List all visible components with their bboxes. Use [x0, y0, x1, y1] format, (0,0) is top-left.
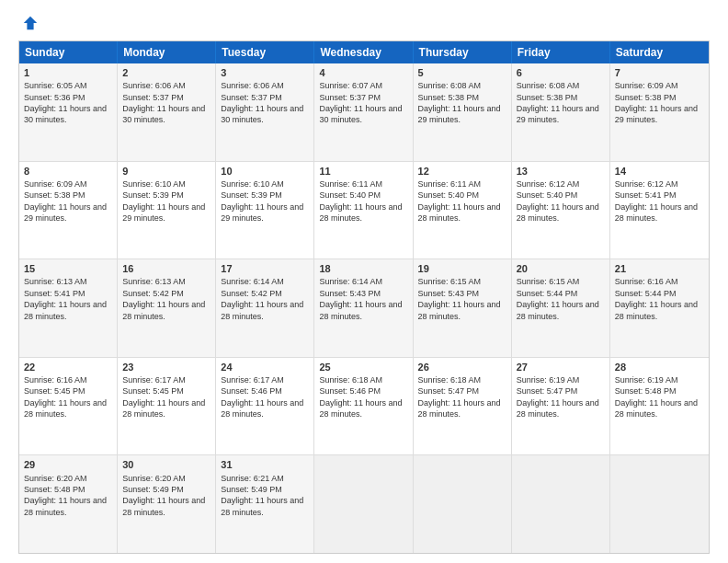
table-row: 25Sunrise: 6:18 AMSunset: 5:46 PMDayligh…	[314, 358, 413, 455]
table-row: 1Sunrise: 6:05 AMSunset: 5:36 PMDaylight…	[19, 63, 118, 161]
cell-info: Sunrise: 6:16 AMSunset: 5:45 PMDaylight:…	[24, 375, 107, 419]
cell-info: Sunrise: 6:11 AMSunset: 5:40 PMDaylight:…	[319, 179, 402, 223]
table-row: 17Sunrise: 6:14 AMSunset: 5:42 PMDayligh…	[216, 259, 314, 357]
cell-info: Sunrise: 6:13 AMSunset: 5:42 PMDaylight:…	[122, 277, 205, 320]
table-row: 26Sunrise: 6:18 AMSunset: 5:47 PMDayligh…	[414, 358, 512, 455]
cell-info: Sunrise: 6:18 AMSunset: 5:47 PMDaylight:…	[418, 375, 501, 419]
cell-info: Sunrise: 6:20 AMSunset: 5:48 PMDaylight:…	[24, 474, 107, 517]
calendar-row: 29Sunrise: 6:20 AMSunset: 5:48 PMDayligh…	[19, 454, 709, 553]
cell-info: Sunrise: 6:19 AMSunset: 5:47 PMDaylight:…	[517, 375, 599, 419]
table-row: 12Sunrise: 6:11 AMSunset: 5:40 PMDayligh…	[414, 162, 512, 259]
table-row: 31Sunrise: 6:21 AMSunset: 5:49 PMDayligh…	[216, 455, 314, 553]
table-row: 14Sunrise: 6:12 AMSunset: 5:41 PMDayligh…	[610, 162, 709, 259]
calendar-header: Sunday Monday Tuesday Wednesday Thursday…	[19, 41, 709, 63]
calendar-row: 15Sunrise: 6:13 AMSunset: 5:41 PMDayligh…	[19, 259, 709, 357]
table-row: 7Sunrise: 6:09 AMSunset: 5:38 PMDaylight…	[610, 63, 709, 161]
header-wednesday: Wednesday	[314, 41, 413, 63]
cell-info: Sunrise: 6:12 AMSunset: 5:40 PMDaylight:…	[517, 179, 599, 223]
calendar-row: 1Sunrise: 6:05 AMSunset: 5:36 PMDaylight…	[19, 63, 709, 161]
calendar-row: 8Sunrise: 6:09 AMSunset: 5:38 PMDaylight…	[19, 161, 709, 259]
table-row: 19Sunrise: 6:15 AMSunset: 5:43 PMDayligh…	[414, 259, 512, 357]
day-number: 6	[517, 66, 605, 79]
header-thursday: Thursday	[414, 41, 512, 63]
calendar-body: 1Sunrise: 6:05 AMSunset: 5:36 PMDaylight…	[19, 63, 709, 553]
header-tuesday: Tuesday	[216, 41, 314, 63]
table-row: 6Sunrise: 6:08 AMSunset: 5:38 PMDaylight…	[512, 63, 610, 161]
table-row: 10Sunrise: 6:10 AMSunset: 5:39 PMDayligh…	[216, 162, 314, 259]
day-number: 8	[24, 165, 112, 178]
day-number: 2	[122, 66, 210, 79]
cell-info: Sunrise: 6:09 AMSunset: 5:38 PMDaylight:…	[24, 179, 107, 223]
table-row	[414, 455, 512, 553]
day-number: 9	[122, 165, 210, 178]
header-monday: Monday	[118, 41, 216, 63]
day-number: 4	[319, 66, 407, 79]
table-row	[512, 455, 610, 553]
cell-info: Sunrise: 6:18 AMSunset: 5:46 PMDaylight:…	[319, 375, 402, 419]
header	[18, 15, 710, 31]
table-row: 11Sunrise: 6:11 AMSunset: 5:40 PMDayligh…	[314, 162, 413, 259]
cell-info: Sunrise: 6:11 AMSunset: 5:40 PMDaylight:…	[418, 179, 501, 223]
day-number: 17	[221, 262, 309, 275]
day-number: 16	[122, 262, 210, 275]
table-row: 13Sunrise: 6:12 AMSunset: 5:40 PMDayligh…	[512, 162, 610, 259]
cell-info: Sunrise: 6:19 AMSunset: 5:48 PMDaylight:…	[615, 375, 698, 419]
day-number: 26	[418, 361, 506, 373]
table-row: 5Sunrise: 6:08 AMSunset: 5:38 PMDaylight…	[414, 63, 512, 161]
cell-info: Sunrise: 6:14 AMSunset: 5:43 PMDaylight:…	[319, 277, 402, 320]
table-row	[610, 455, 709, 553]
day-number: 20	[517, 262, 605, 275]
day-number: 28	[615, 361, 704, 373]
logo-icon	[22, 15, 39, 31]
header-friday: Friday	[512, 41, 610, 63]
day-number: 18	[319, 262, 407, 275]
day-number: 30	[122, 458, 210, 471]
day-number: 27	[517, 361, 605, 373]
cell-info: Sunrise: 6:21 AMSunset: 5:49 PMDaylight:…	[221, 474, 303, 517]
table-row: 2Sunrise: 6:06 AMSunset: 5:37 PMDaylight…	[118, 63, 216, 161]
table-row: 24Sunrise: 6:17 AMSunset: 5:46 PMDayligh…	[216, 358, 314, 455]
logo	[18, 15, 39, 31]
cell-info: Sunrise: 6:17 AMSunset: 5:45 PMDaylight:…	[122, 375, 205, 419]
table-row: 9Sunrise: 6:10 AMSunset: 5:39 PMDaylight…	[118, 162, 216, 259]
cell-info: Sunrise: 6:13 AMSunset: 5:41 PMDaylight:…	[24, 277, 107, 320]
table-row: 27Sunrise: 6:19 AMSunset: 5:47 PMDayligh…	[512, 358, 610, 455]
header-sunday: Sunday	[19, 41, 118, 63]
cell-info: Sunrise: 6:17 AMSunset: 5:46 PMDaylight:…	[221, 375, 303, 419]
cell-info: Sunrise: 6:15 AMSunset: 5:43 PMDaylight:…	[418, 277, 501, 320]
day-number: 21	[615, 262, 704, 275]
table-row: 22Sunrise: 6:16 AMSunset: 5:45 PMDayligh…	[19, 358, 118, 455]
day-number: 5	[418, 66, 506, 79]
day-number: 24	[221, 361, 309, 373]
table-row	[314, 455, 413, 553]
table-row: 23Sunrise: 6:17 AMSunset: 5:45 PMDayligh…	[118, 358, 216, 455]
day-number: 12	[418, 165, 506, 178]
day-number: 19	[418, 262, 506, 275]
table-row: 3Sunrise: 6:06 AMSunset: 5:37 PMDaylight…	[216, 63, 314, 161]
day-number: 23	[122, 361, 210, 373]
calendar-row: 22Sunrise: 6:16 AMSunset: 5:45 PMDayligh…	[19, 357, 709, 455]
day-number: 3	[221, 66, 309, 79]
table-row: 29Sunrise: 6:20 AMSunset: 5:48 PMDayligh…	[19, 455, 118, 553]
cell-info: Sunrise: 6:08 AMSunset: 5:38 PMDaylight:…	[418, 81, 501, 124]
day-number: 14	[615, 165, 704, 178]
cell-info: Sunrise: 6:16 AMSunset: 5:44 PMDaylight:…	[615, 277, 698, 320]
table-row: 4Sunrise: 6:07 AMSunset: 5:37 PMDaylight…	[314, 63, 413, 161]
cell-info: Sunrise: 6:09 AMSunset: 5:38 PMDaylight:…	[615, 81, 698, 124]
day-number: 22	[24, 361, 112, 373]
day-number: 10	[221, 165, 309, 178]
cell-info: Sunrise: 6:08 AMSunset: 5:38 PMDaylight:…	[517, 81, 599, 124]
table-row: 30Sunrise: 6:20 AMSunset: 5:49 PMDayligh…	[118, 455, 216, 553]
table-row: 18Sunrise: 6:14 AMSunset: 5:43 PMDayligh…	[314, 259, 413, 357]
table-row: 20Sunrise: 6:15 AMSunset: 5:44 PMDayligh…	[512, 259, 610, 357]
day-number: 31	[221, 458, 309, 471]
cell-info: Sunrise: 6:06 AMSunset: 5:37 PMDaylight:…	[221, 81, 303, 124]
cell-info: Sunrise: 6:05 AMSunset: 5:36 PMDaylight:…	[24, 81, 107, 124]
table-row: 21Sunrise: 6:16 AMSunset: 5:44 PMDayligh…	[610, 259, 709, 357]
day-number: 1	[24, 66, 112, 79]
cell-info: Sunrise: 6:06 AMSunset: 5:37 PMDaylight:…	[122, 81, 205, 124]
table-row: 28Sunrise: 6:19 AMSunset: 5:48 PMDayligh…	[610, 358, 709, 455]
cell-info: Sunrise: 6:10 AMSunset: 5:39 PMDaylight:…	[221, 179, 303, 223]
cell-info: Sunrise: 6:12 AMSunset: 5:41 PMDaylight:…	[615, 179, 698, 223]
table-row: 8Sunrise: 6:09 AMSunset: 5:38 PMDaylight…	[19, 162, 118, 259]
